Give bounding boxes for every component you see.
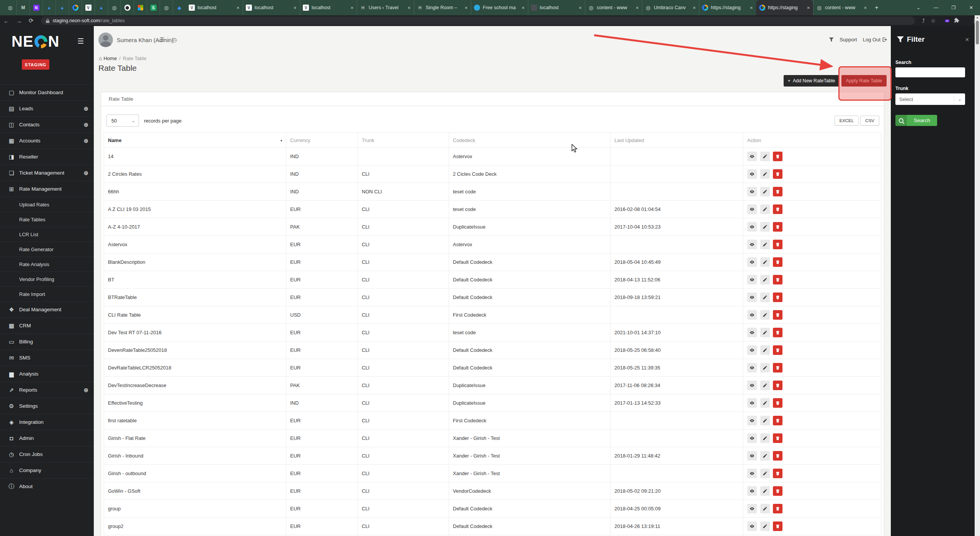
view-button[interactable] [747,381,757,390]
history-clock-icon[interactable]: ◷ [172,36,177,43]
browser-tab[interactable]: localhost ✕ [186,0,243,15]
sidebar-item[interactable]: SMS ⊕ [0,350,94,366]
view-button[interactable] [747,416,757,425]
delete-button[interactable] [773,433,782,443]
sidebar-item[interactable]: Company ⊕ [0,462,94,478]
delete-button[interactable] [773,398,782,408]
tab-close-icon[interactable]: ✕ [408,6,411,10]
delete-button[interactable] [773,293,782,302]
sidebar-item[interactable]: Contacts ⊕ [0,116,94,132]
tab-close-icon[interactable]: ✕ [351,6,354,10]
tab-close-icon[interactable]: ✕ [864,6,867,10]
delete-button[interactable] [773,204,782,214]
breadcrumb-home[interactable]: ⌂Home [99,55,117,61]
view-button[interactable] [747,275,757,284]
edit-button[interactable] [760,398,770,408]
edit-button[interactable] [760,310,770,320]
sidebar-item[interactable]: Ticket Management ⊕ [0,165,94,181]
delete-button[interactable] [773,451,782,461]
sidebar-item[interactable]: Analysis ⊕ [0,366,94,382]
view-button[interactable] [747,169,757,179]
extensions-puzzle-icon[interactable] [954,18,959,24]
view-button[interactable] [747,451,757,461]
sidebar-item[interactable]: Billing ⊕ [0,333,94,350]
sidebar-toggle-icon[interactable]: ☰ [77,37,84,46]
browser-tab[interactable]: https://staging ✕ [699,0,756,15]
tab-close-icon[interactable]: ✕ [807,6,810,10]
tab-close-icon[interactable]: ✕ [237,6,240,10]
pinned-tab[interactable] [95,0,108,15]
sidebar-item[interactable]: Settings ⊕ [0,398,94,414]
expand-plus-icon[interactable]: ⊕ [83,105,88,112]
sidebar-item[interactable]: Reports ⊕ [0,382,94,398]
view-button[interactable] [747,398,757,408]
forward-icon[interactable]: → [16,18,22,24]
pinned-tab[interactable] [134,0,147,15]
edit-button[interactable] [760,486,770,496]
neon-logo[interactable]: NEN [11,33,59,50]
view-button[interactable] [747,521,757,531]
sidebar-item[interactable]: Deal Management ⊕ [0,301,94,317]
window-menu-icon[interactable]: ⌄ [910,0,927,15]
tab-close-icon[interactable]: ✕ [522,6,525,10]
add-new-ratetable-button[interactable]: + Add New RateTable [784,75,839,87]
logout-link[interactable]: Log Out [863,37,887,42]
delete-button[interactable] [773,152,782,161]
view-button[interactable] [747,363,757,373]
pinned-tab[interactable] [4,0,16,15]
sidebar-item[interactable]: Rate Management ⊕ [0,181,94,197]
browser-tab[interactable]: localhost ✕ [243,0,300,15]
delete-button[interactable] [773,486,782,496]
delete-button[interactable] [773,469,782,478]
delete-button[interactable] [773,416,782,425]
view-button[interactable] [747,152,757,161]
new-tab-button[interactable]: + [870,4,883,11]
window-minimize-icon[interactable]: — [927,0,945,15]
delete-button[interactable] [773,521,782,531]
edit-button[interactable] [760,222,770,232]
filter-search-input[interactable] [895,67,965,77]
tab-close-icon[interactable]: ✕ [465,6,468,10]
column-header-name[interactable]: Name ▲ [104,133,286,148]
filter-close-icon[interactable]: ✕ [965,37,969,42]
sidebar-item[interactable]: Integration ⊕ [0,414,94,430]
edit-button[interactable] [760,275,770,284]
user-avatar[interactable] [98,33,113,47]
delete-button[interactable] [773,275,782,284]
edit-button[interactable] [760,363,770,373]
expand-plus-icon[interactable]: ⊕ [83,387,88,394]
tab-close-icon[interactable]: ✕ [693,6,696,10]
back-icon[interactable]: ← [3,18,9,24]
edit-button[interactable] [760,416,770,425]
browser-tab[interactable]: content - www ✕ [585,0,642,15]
edit-button[interactable] [760,433,770,443]
trunk-select[interactable]: Select ⌄ [895,93,965,105]
sidebar-item[interactable]: Rate Tables ⊕ [0,212,94,227]
pinned-tab[interactable] [56,0,69,15]
edit-button[interactable] [760,187,770,196]
records-per-page-select[interactable]: 50 ⌄ [106,114,139,127]
filter-toggle-icon[interactable] [829,38,834,42]
pinned-tab[interactable] [16,0,29,15]
delete-button[interactable] [773,381,782,390]
delete-button[interactable] [773,504,782,513]
edit-button[interactable] [760,345,770,355]
edit-button[interactable] [760,257,770,267]
pinned-tab[interactable] [147,0,160,15]
pinned-tab[interactable] [69,0,82,15]
sidebar-item[interactable]: Reseller ⊕ [0,149,94,165]
sidebar-item[interactable]: Monitor Dashboard ⊕ [0,84,94,100]
browser-tab[interactable]: Umbraco Canv ✕ [642,0,699,15]
sidebar-item[interactable]: Rate Generator ⊕ [0,242,94,257]
share-icon[interactable]: ⤴ [922,18,924,24]
column-header-trunk[interactable]: Trunk [358,133,449,148]
expand-plus-icon[interactable]: ⊕ [83,170,88,176]
sidebar-item[interactable]: LCR List ⊕ [0,227,94,242]
sidebar-item[interactable]: Upload Rates ⊕ [0,197,94,212]
collapse-chevron-icon[interactable]: ⌄ [872,92,876,106]
view-button[interactable] [747,486,757,496]
sidebar-item[interactable]: Rate Analysis ⊕ [0,257,94,271]
edit-button[interactable] [760,521,770,531]
browser-tab[interactable]: Single Room – ✕ [414,0,471,15]
pinned-tab[interactable] [121,0,134,15]
